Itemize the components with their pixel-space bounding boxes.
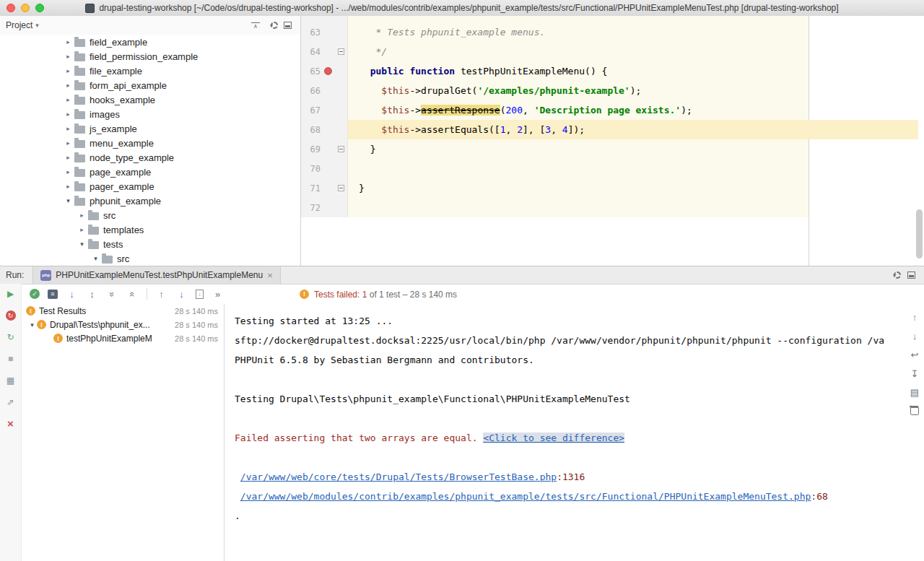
fold-marker-icon[interactable] (338, 48, 344, 55)
chevron-right-icon[interactable]: ▸ (64, 38, 73, 45)
rerun-icon[interactable]: ▶ (4, 287, 17, 300)
up-the-stack-trace-icon[interactable]: ↑ (909, 311, 920, 323)
close-icon[interactable]: × (267, 271, 273, 280)
code-line-71[interactable]: } (359, 178, 924, 198)
sort-alphabetically-icon[interactable]: ↕ (86, 289, 98, 300)
pin-tab-icon[interactable]: ⇗ (4, 396, 17, 408)
run-settings[interactable]: ▾ (894, 271, 896, 279)
diff-link[interactable]: <Click to see difference> (483, 432, 624, 443)
tree-item-menu_example[interactable]: ▸menu_example (0, 136, 300, 150)
next-failed-test-icon[interactable]: ↓ (175, 289, 188, 300)
chevron-down-icon[interactable]: ▾ (35, 22, 39, 29)
down-the-stack-trace-icon[interactable]: ↓ (909, 330, 920, 342)
close-tool-window-icon[interactable]: × (4, 417, 17, 430)
test-failed-gutter-icon[interactable] (324, 67, 332, 75)
sort-by-duration-icon[interactable]: ↓ (66, 289, 78, 300)
tree-item-tests[interactable]: ▾tests (0, 237, 300, 251)
editor-code-area[interactable]: * Tests phpunit_example menus. */ public… (348, 16, 924, 266)
chevron-right-icon[interactable]: ▸ (64, 82, 73, 89)
minimize-window-button[interactable] (21, 4, 30, 12)
fold-marker-icon[interactable] (338, 146, 344, 152)
chevron-right-icon[interactable]: ▸ (64, 110, 73, 118)
chevron-right-icon[interactable]: ▸ (77, 212, 87, 219)
expand-all-icon[interactable]: » (106, 289, 118, 300)
editor-gutter[interactable]: 63646566676869707172 (301, 16, 348, 217)
clear-all-icon[interactable] (910, 407, 919, 415)
code-line-69[interactable]: } (359, 139, 924, 159)
run-tab[interactable]: php PHPUnitExampleMenuTest.testPhpUnitEx… (32, 266, 280, 284)
code-line-65[interactable]: public function testPhpUnitExampleMenu()… (359, 61, 924, 81)
gutter-line-63[interactable]: 63 (301, 22, 347, 42)
chevron-right-icon[interactable]: ▸ (64, 96, 73, 103)
restore-layout-icon[interactable]: ▦ (4, 374, 17, 386)
collapse-all-icon[interactable]: ∧ (251, 22, 260, 29)
chevron-right-icon[interactable]: ▸ (64, 67, 73, 74)
tree-item-hooks_example[interactable]: ▸hooks_example (0, 92, 300, 107)
gutter-line-66[interactable]: 66 (301, 81, 347, 100)
tree-item-field_permission_example[interactable]: ▸field_permission_example (0, 49, 300, 64)
test-tree-row[interactable]: ▾!Drupal\Tests\phpunit_ex...28 s 140 ms (22, 318, 224, 331)
chevron-down-icon[interactable]: ▾ (77, 240, 87, 248)
code-line-68[interactable]: $this->assertEquals([1, 2], [3, 4]); (359, 120, 924, 139)
gutter-line-71[interactable]: 71 (301, 178, 347, 198)
gutter-line-68[interactable]: 68 (301, 120, 347, 139)
project-settings[interactable]: ▾ (271, 22, 273, 29)
code-line-64[interactable]: */ (359, 42, 924, 61)
tree-item-src[interactable]: ▾src (0, 251, 300, 266)
stack-trace-link[interactable]: /var/www/web/core/tests/Drupal/Tests/Bro… (240, 471, 557, 482)
tree-item-images[interactable]: ▸images (0, 107, 300, 121)
tree-item-js_example[interactable]: ▸js_example (0, 121, 300, 136)
chevron-right-icon[interactable]: ▸ (64, 53, 73, 60)
chevron-right-icon[interactable]: ▸ (64, 168, 73, 175)
project-panel-title[interactable]: Project (6, 20, 32, 30)
tree-item-file_example[interactable]: ▸file_example (0, 64, 300, 78)
print-icon[interactable]: ▤ (909, 386, 920, 398)
gutter-line-65[interactable]: 65 (301, 61, 347, 81)
tree-item-src[interactable]: ▸src (0, 208, 300, 222)
stack-trace-link[interactable]: /var/www/web/modules/contrib/examples/ph… (240, 491, 811, 502)
soft-wrap-icon[interactable]: ↩ (909, 349, 920, 360)
gutter-line-67[interactable]: 67 (301, 100, 347, 120)
zoom-window-button[interactable] (35, 4, 44, 12)
chevron-right-icon[interactable]: ▸ (64, 139, 73, 147)
tree-item-templates[interactable]: ▸templates (0, 222, 300, 237)
show-passed-icon[interactable]: ✓ (30, 289, 40, 299)
tree-item-field_example[interactable]: ▸field_example (0, 35, 300, 49)
tree-item-phpunit_example[interactable]: ▾phpunit_example (0, 193, 300, 208)
editor[interactable]: 63646566676869707172 * Tests phpunit_exa… (301, 16, 924, 266)
tree-item-pager_example[interactable]: ▸pager_example (0, 179, 300, 193)
more-actions-icon[interactable]: » (212, 289, 224, 300)
tree-item-node_type_example[interactable]: ▸node_type_example (0, 150, 300, 165)
show-ignored-icon[interactable]: ≡ (48, 290, 58, 299)
hide-tool-window-icon[interactable] (907, 271, 915, 279)
gutter-line-69[interactable]: 69 (301, 139, 347, 159)
chevron-right-icon[interactable]: ▸ (64, 125, 73, 132)
tree-item-form_api_example[interactable]: ▸form_api_example (0, 78, 300, 92)
chevron-right-icon[interactable]: ▸ (64, 183, 73, 190)
test-tree-row[interactable]: !Test Results28 s 140 ms (22, 304, 224, 318)
gutter-line-72[interactable]: 72 (301, 198, 347, 217)
hide-panel-icon[interactable] (284, 22, 292, 29)
test-history-icon[interactable]: ↓ (196, 290, 204, 299)
chevron-down-icon[interactable]: ▾ (91, 255, 100, 262)
gutter-line-70[interactable]: 70 (301, 159, 347, 178)
test-tree-row[interactable]: !testPhpUnitExampleM28 s 140 ms (22, 331, 224, 345)
scroll-to-end-icon[interactable]: ↧ (909, 368, 920, 379)
previous-failed-test-icon[interactable]: ↑ (155, 289, 167, 300)
chevron-right-icon[interactable]: ▸ (77, 226, 87, 233)
tree-item-page_example[interactable]: ▸page_example (0, 165, 300, 179)
chevron-right-icon[interactable]: ▸ (64, 154, 73, 161)
code-line-70[interactable] (359, 159, 924, 178)
code-line-63[interactable]: * Tests phpunit_example menus. (359, 22, 924, 42)
gutter-line-64[interactable]: 64 (301, 42, 347, 61)
toggle-auto-test-icon[interactable]: ↻ (4, 331, 17, 343)
code-line-66[interactable]: $this->drupalGet('/examples/phpunit-exam… (359, 81, 924, 100)
rerun-failed-tests-button[interactable]: ↻ (4, 309, 17, 321)
code-line-67[interactable]: $this->assertResponse(200, 'Description … (359, 100, 924, 120)
chevron-down-icon[interactable]: ▾ (64, 197, 73, 204)
close-window-button[interactable] (6, 4, 15, 12)
stop-icon[interactable]: ■ (4, 352, 17, 365)
collapse-all-icon[interactable]: « (126, 289, 139, 300)
code-line-72[interactable] (359, 198, 924, 217)
fold-marker-icon[interactable] (338, 185, 344, 191)
